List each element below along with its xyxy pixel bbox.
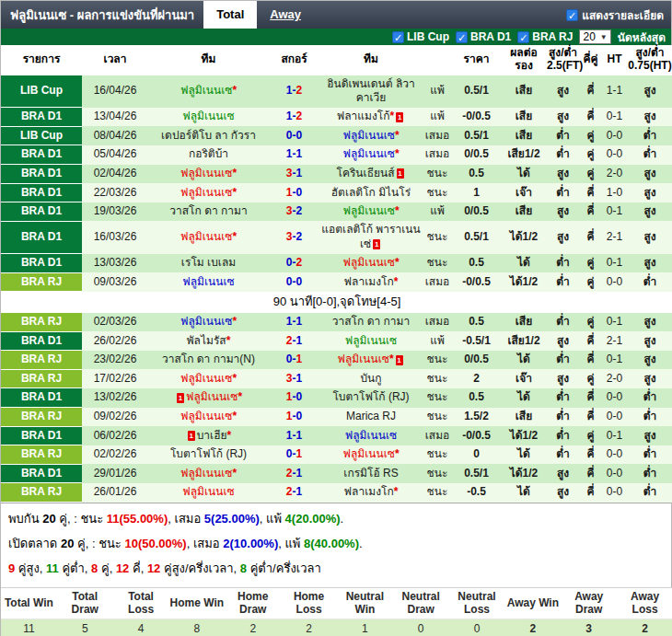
handicap-result: เจ๊า bbox=[501, 183, 547, 202]
handicap-odds: 0.5/1 bbox=[452, 221, 501, 253]
odd-even: คี่ bbox=[579, 75, 602, 108]
lib-cup-checkbox[interactable]: ✓ bbox=[392, 31, 404, 43]
away-team: แอตเลติโก้ พาราเนนเซ่1 bbox=[319, 221, 423, 253]
summary-segment: คู่สูง, bbox=[15, 561, 46, 575]
ht-score: 2-0 bbox=[602, 369, 627, 388]
ht-score: 1-0 bbox=[602, 183, 627, 202]
league-badge: BRA D1 bbox=[1, 331, 82, 351]
away-team: ฟลาเมงโก* bbox=[319, 483, 423, 503]
team-name: ฟลูมิเนนเซ bbox=[182, 275, 235, 288]
match-row: BRA D105/04/26กอริติบ้า1-1ฟลูมิเนนเซ*เสม… bbox=[1, 145, 672, 165]
home-team: ฟลูมิเนนเซ bbox=[148, 483, 269, 503]
ht-score: 2-0 bbox=[602, 165, 627, 184]
stats-header: Away Draw bbox=[561, 588, 617, 619]
match-row: BRA RJ23/02/26วาสโก ดา กามา(N)0-1ฟลูมิเน… bbox=[1, 351, 672, 370]
result: ชนะ bbox=[423, 464, 452, 483]
score: 2-1 bbox=[269, 331, 319, 351]
handicap-odds: 0.5 bbox=[452, 313, 501, 331]
stats-count: 0 bbox=[449, 619, 505, 636]
away-team: เกรมิโอ้ RS bbox=[319, 464, 423, 483]
handicap-odds: -0/0.5 bbox=[452, 272, 501, 292]
match-date: 19/03/26 bbox=[82, 202, 148, 222]
column-header: สกอร์ bbox=[269, 45, 319, 75]
away-goals: 2 bbox=[296, 256, 303, 269]
result: ชนะ bbox=[423, 483, 452, 503]
team-name: ฟลาแมงโก้ bbox=[337, 110, 390, 122]
odd-even: คี่ bbox=[579, 408, 602, 427]
team-name: ฟลูมิเนนเซ bbox=[342, 129, 395, 142]
away-goals: 1 bbox=[296, 467, 303, 480]
column-header: สูง/ต่ำ 2.5(FT) bbox=[547, 45, 579, 75]
home-goals: 0 bbox=[286, 353, 293, 365]
recent-matches-select[interactable]: 20 ▼ bbox=[579, 29, 610, 44]
team-name: บันกู bbox=[360, 372, 381, 385]
over-under-ft: ต่ำ bbox=[547, 313, 579, 331]
team-name: ฟลูมิเนนเซ bbox=[182, 110, 235, 122]
star-marker: * bbox=[232, 410, 237, 422]
star-marker: * bbox=[390, 110, 395, 122]
summary-segment: คู่ต่ำ, bbox=[59, 561, 91, 575]
score: 1-1 bbox=[269, 313, 319, 331]
home-goals: 3 bbox=[286, 372, 293, 385]
score: 0-1 bbox=[269, 351, 319, 370]
match-date: 02/02/26 bbox=[82, 445, 148, 465]
away-goals: 1 bbox=[296, 447, 303, 460]
star-marker: * bbox=[232, 84, 237, 97]
match-date: 08/04/26 bbox=[82, 126, 148, 145]
team-name: ฟลาเมงโก bbox=[344, 275, 394, 288]
match-row: BRA RJ09/02/26ฟลูมิเนนเซ*1-0Marica RJชนะ… bbox=[1, 408, 672, 427]
summary-line: พบกัน 20 คู่, : ชนะ 11(55.00%), เสมอ 5(2… bbox=[8, 509, 664, 528]
home-goals: 0 bbox=[286, 256, 293, 269]
away-goals: 0 bbox=[296, 129, 303, 142]
ht-score: 0-1 bbox=[602, 426, 627, 445]
show-details-checkbox[interactable]: ✓ bbox=[566, 9, 578, 21]
match-date: 09/02/26 bbox=[82, 408, 148, 427]
handicap-odds: 1 bbox=[452, 183, 501, 202]
away-goals: 1 bbox=[296, 167, 303, 179]
tab-away[interactable]: Away bbox=[257, 1, 314, 29]
over-under-ht: สูง bbox=[627, 254, 672, 273]
bra-rj-checkbox[interactable]: ✓ bbox=[517, 31, 529, 43]
stats-header: Neutral Draw bbox=[393, 588, 449, 619]
match-date: 02/03/26 bbox=[82, 313, 148, 331]
over-under-ft: สูง bbox=[547, 331, 579, 351]
red-card-icon: 1 bbox=[373, 239, 380, 249]
home-team: ฟลูมิเนนเซ* bbox=[148, 313, 269, 331]
odd-even: คี่ bbox=[579, 388, 602, 408]
team-name: ฟลูมิเนนเซ bbox=[345, 334, 398, 347]
odd-even: คี่ bbox=[579, 108, 602, 127]
over-under-ft: สูง bbox=[547, 483, 579, 503]
star-marker: * bbox=[232, 230, 237, 243]
star-marker: * bbox=[389, 353, 394, 365]
handicap-odds: 0.5/1 bbox=[452, 126, 501, 145]
match-row: BRA D106/02/261บาเฮีย*1-1ฟลูมิเนนเซเสมอ-… bbox=[1, 426, 672, 445]
home-team: ฟลูมิเนนเซ* bbox=[148, 221, 269, 253]
league-badge: BRA RJ bbox=[1, 408, 82, 427]
handicap-odds: 0.5/1 bbox=[452, 75, 501, 108]
bra-d1-checkbox[interactable]: ✓ bbox=[456, 31, 468, 43]
match-date: 13/04/26 bbox=[82, 108, 148, 127]
page-title: ฟลูมิเนนเซ - ผลการแข่งขันที่ผ่านมา bbox=[1, 6, 203, 25]
team-name: เรโม เบเลม bbox=[181, 256, 236, 269]
home-team: โบตาโฟโก้ (RJ) bbox=[148, 445, 269, 465]
team-name: เดปอร์ติโบ ลา กัวรา bbox=[161, 129, 256, 142]
away-team: ฟลูมิเนนเซ bbox=[319, 331, 423, 351]
match-row: BRA D113/02/261ฟลูมิเนนเซ*1-0โบตาโฟโก้ (… bbox=[1, 388, 672, 408]
tab-total[interactable]: Total bbox=[203, 1, 257, 29]
result: แพ้ bbox=[423, 108, 452, 127]
match-row: BRA D129/01/26ฟลูมิเนนเซ*2-1เกรมิโอ้ RSช… bbox=[1, 464, 672, 483]
odd-even: คู่ bbox=[579, 145, 602, 165]
odd-even: คี่ bbox=[579, 202, 602, 222]
match-row: BRA RJ09/03/26ฟลูมิเนนเซ0-0ฟลาเมงโก*เสมอ… bbox=[1, 272, 672, 292]
over-under-ft: ต่ำ bbox=[547, 145, 579, 165]
match-row: BRA D113/04/26ฟลูมิเนนเซ1-2ฟลาแมงโก้*1แพ… bbox=[1, 108, 672, 127]
summary-segment: เปิดตลาด bbox=[8, 537, 61, 550]
team-name: ฟลูมิเนนเซ bbox=[342, 447, 395, 460]
away-team: Marica RJ bbox=[319, 408, 423, 427]
team-name: กอริติบ้า bbox=[189, 147, 228, 160]
score: 1-2 bbox=[269, 108, 319, 127]
over-under-ht: ต่ำ bbox=[627, 272, 672, 292]
column-header: รายการ bbox=[1, 45, 82, 75]
league-badge: BRA D1 bbox=[1, 202, 82, 222]
result: แพ้ bbox=[423, 331, 452, 351]
